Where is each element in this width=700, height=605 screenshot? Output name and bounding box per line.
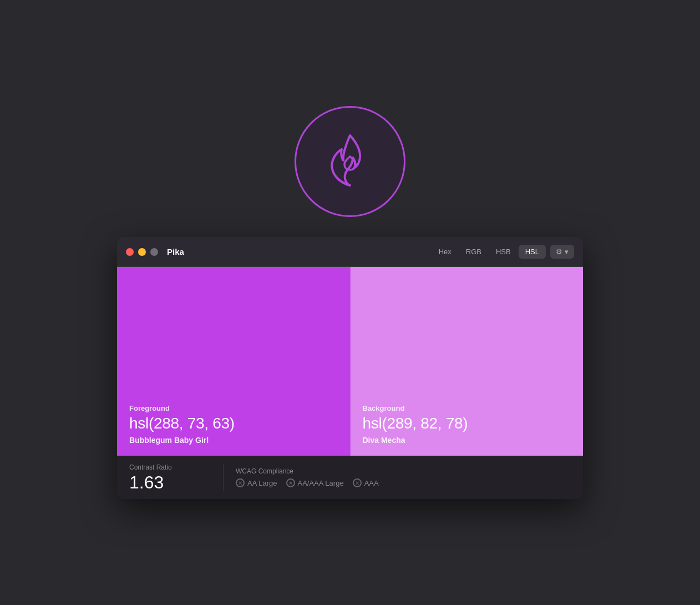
contrast-label: Contrast Ratio [129,463,211,471]
wcag-fail-aaa-icon: ✕ [353,478,362,487]
traffic-lights [126,248,158,256]
wcag-badge-aa-large: ✕ AA Large [236,478,277,487]
background-color-name: Diva Mecha [363,436,571,445]
wcag-badges: ✕ AA Large ✕ AA/AAA Large ✕ AAA [236,478,379,487]
color-panels: Foreground hsl(288, 73, 63) Bubblegum Ba… [117,267,583,456]
titlebar: Pika Hex RGB HSB HSL ⚙ ▾ [117,237,583,267]
flame-icon [322,130,378,193]
contrast-section: Contrast Ratio 1.63 [129,463,224,491]
wcag-aa-large-label: AA Large [247,479,277,487]
background-panel[interactable]: Background hsl(289, 82, 78) Diva Mecha [351,267,584,456]
foreground-color-name: Bubblegum Baby Girl [129,436,338,445]
foreground-label: Foreground [129,404,338,412]
format-tabs: Hex RGB HSB HSL [432,245,546,259]
foreground-value: hsl(288, 73, 63) [129,415,338,432]
wcag-fail-aa-aaa-large-icon: ✕ [286,478,295,487]
wcag-section: WCAG Compliance ✕ AA Large ✕ AA/AAA Larg… [236,467,379,487]
background-value: hsl(289, 82, 78) [363,415,571,432]
minimize-button[interactable] [138,248,146,256]
tab-hex[interactable]: Hex [432,245,458,259]
tab-rgb[interactable]: RGB [459,245,488,259]
wcag-aa-aaa-large-label: AA/AAA Large [298,479,344,487]
tab-hsl[interactable]: HSL [519,245,546,259]
wcag-aaa-label: AAA [364,479,379,487]
app-icon-container [295,106,405,217]
fullscreen-button[interactable] [150,248,158,256]
foreground-panel[interactable]: Foreground hsl(288, 73, 63) Bubblegum Ba… [117,267,351,456]
gear-icon: ⚙ [556,248,562,256]
main-window: Pika Hex RGB HSB HSL ⚙ ▾ Foreground hsl(… [117,237,583,499]
tab-hsb[interactable]: HSB [489,245,518,259]
settings-button[interactable]: ⚙ ▾ [550,245,574,259]
background-label: Background [363,404,571,412]
close-button[interactable] [126,248,134,256]
contrast-value: 1.63 [129,473,211,491]
wcag-badge-aaa: ✕ AAA [353,478,379,487]
wcag-label: WCAG Compliance [236,467,379,475]
window-title: Pika [167,247,432,256]
bottom-bar: Contrast Ratio 1.63 WCAG Compliance ✕ AA… [117,456,583,499]
wcag-fail-aa-large-icon: ✕ [236,478,245,487]
app-icon-circle [295,106,405,217]
chevron-down-icon: ▾ [565,248,569,256]
wcag-badge-aa-aaa-large: ✕ AA/AAA Large [286,478,344,487]
